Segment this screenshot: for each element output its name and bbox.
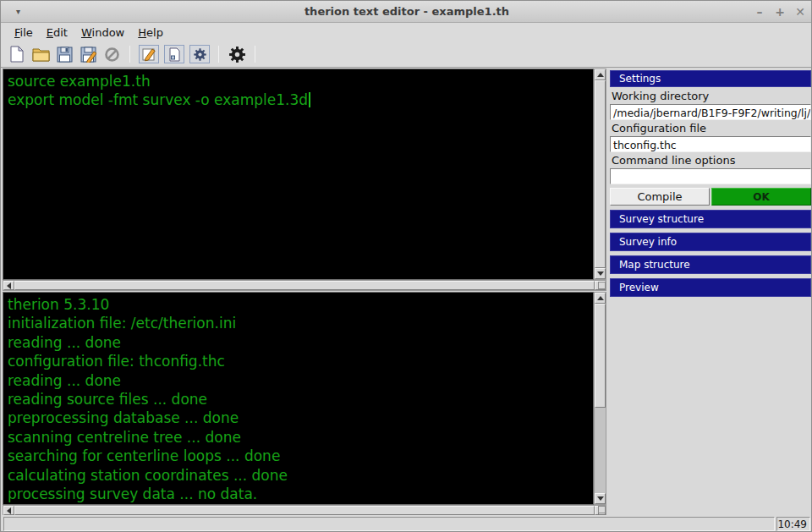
- scroll-thumb[interactable]: [595, 304, 606, 408]
- survey-structure-section-header[interactable]: Survey structure: [610, 210, 811, 228]
- log-line: therion 5.3.10: [8, 295, 593, 314]
- window-controls: – + ✕: [754, 1, 806, 23]
- compiler-settings-gear-icon[interactable]: [189, 45, 210, 63]
- toolbar: [1, 41, 812, 68]
- menu-help[interactable]: Help: [131, 25, 170, 41]
- pane-sash-grip[interactable]: [598, 282, 606, 289]
- sidebar: Settings Working directory /media/jberna…: [610, 70, 811, 297]
- log-line: reading ... done: [8, 371, 593, 390]
- working-directory-label: Working directory: [610, 90, 811, 104]
- compile-button-row: Compile OK: [610, 188, 811, 206]
- toolbar-separator: [218, 46, 219, 63]
- menu-help-key: H: [138, 26, 146, 39]
- compiler-log-pane: therion 5.3.10 initialization file: /etc…: [3, 292, 606, 505]
- pane-sash-grip[interactable]: [598, 506, 606, 513]
- configuration-file-label: Configuration file: [610, 122, 811, 136]
- map-structure-section-header[interactable]: Map structure: [610, 255, 811, 274]
- log-line: scanning centreline tree ... done: [8, 428, 593, 447]
- command-line-options-input[interactable]: [610, 168, 811, 184]
- title-bar: ▾ therion text editor - example1.th – + …: [1, 1, 812, 23]
- scroll-up-arrow[interactable]: [595, 69, 606, 80]
- clock: 10:49: [776, 517, 810, 531]
- log-line: reading source files ... done: [8, 390, 593, 409]
- log-line: searching for centerline loops ... done: [8, 447, 593, 465]
- configuration-gear-icon[interactable]: [228, 45, 246, 63]
- log-line: reading ... done: [8, 333, 593, 352]
- compile-button[interactable]: Compile: [610, 188, 710, 206]
- editor-horizontal-scrollbar[interactable]: [3, 280, 606, 291]
- log-line: calculating station coordinates ... done: [8, 466, 593, 485]
- open-folder-icon[interactable]: [31, 45, 50, 63]
- editor-vertical-scrollbar[interactable]: [594, 69, 606, 280]
- compile-log-page-icon[interactable]: [164, 45, 184, 63]
- log-text-area[interactable]: therion 5.3.10 initialization file: /etc…: [3, 292, 594, 505]
- editor-line-text: export model -fmt survex -o example1.3d: [8, 91, 308, 108]
- configuration-file-input[interactable]: thconfig.thc: [610, 136, 811, 152]
- log-line: initialization file: /etc/therion.ini: [8, 314, 593, 332]
- menu-help-rest: elp: [146, 26, 163, 39]
- scroll-thumb[interactable]: [595, 80, 606, 268]
- window-title: therion text editor - example1.th: [1, 5, 812, 18]
- menu-edit[interactable]: Edit: [40, 25, 74, 41]
- editor-line: export model -fmt survex -o example1.3d: [8, 90, 593, 109]
- ok-status-button[interactable]: OK: [711, 188, 811, 206]
- save-icon[interactable]: [55, 45, 74, 63]
- status-message-panel: [3, 517, 775, 531]
- editor-line: source example1.th: [8, 72, 593, 90]
- status-bar: 10:49: [1, 515, 812, 532]
- scroll-up-arrow[interactable]: [595, 293, 606, 304]
- log-line: preprocessing database ... done: [8, 409, 593, 427]
- scroll-down-arrow[interactable]: [595, 268, 606, 279]
- command-line-options-label: Command line options: [610, 154, 811, 168]
- save-as-icon[interactable]: [79, 45, 97, 63]
- scroll-trough[interactable]: [14, 281, 595, 290]
- scroll-trough[interactable]: [595, 80, 606, 268]
- edit-mode-icon[interactable]: [139, 45, 159, 63]
- window-menu-icon[interactable]: ▾: [16, 7, 20, 16]
- preview-section-header[interactable]: Preview: [610, 278, 811, 297]
- menu-window-key: W: [81, 26, 92, 39]
- menu-window-rest: indow: [92, 26, 125, 39]
- log-line: processing survey data ... no data.: [8, 485, 593, 503]
- menu-file[interactable]: File: [8, 25, 40, 41]
- survey-info-section-header[interactable]: Survey info: [610, 233, 811, 251]
- scroll-thumb[interactable]: [14, 281, 595, 290]
- toolbar-separator: [129, 46, 130, 63]
- text-cursor: [309, 92, 310, 107]
- maximize-button[interactable]: +: [774, 5, 786, 19]
- close-button[interactable]: ✕: [794, 5, 806, 19]
- scroll-left-arrow[interactable]: [3, 506, 14, 515]
- scroll-thumb[interactable]: [14, 506, 595, 515]
- log-line: configuration file: thconfig.thc: [8, 352, 593, 370]
- stop-icon[interactable]: [102, 45, 121, 63]
- working-directory-input[interactable]: /media/jbernard/B1F9-F9F2/writing/lj/sci…: [610, 104, 811, 120]
- menu-edit-key: E: [47, 26, 53, 39]
- new-file-icon[interactable]: [8, 45, 26, 63]
- menu-bar: File Edit Window Help: [1, 23, 812, 41]
- scroll-trough[interactable]: [595, 304, 606, 493]
- menu-edit-rest: dit: [53, 26, 68, 39]
- settings-section-header[interactable]: Settings: [610, 70, 811, 87]
- scroll-left-arrow[interactable]: [3, 281, 14, 290]
- menu-file-rest: ile: [20, 26, 33, 39]
- scroll-trough[interactable]: [14, 506, 595, 515]
- log-vertical-scrollbar[interactable]: [594, 292, 606, 505]
- scroll-down-arrow[interactable]: [595, 493, 606, 504]
- editor-pane: source example1.th export model -fmt sur…: [3, 69, 606, 280]
- editor-text-area[interactable]: source example1.th export model -fmt sur…: [3, 69, 594, 280]
- menu-window[interactable]: Window: [74, 25, 131, 41]
- minimize-button[interactable]: –: [754, 5, 765, 19]
- toolbar-separator: [255, 46, 255, 63]
